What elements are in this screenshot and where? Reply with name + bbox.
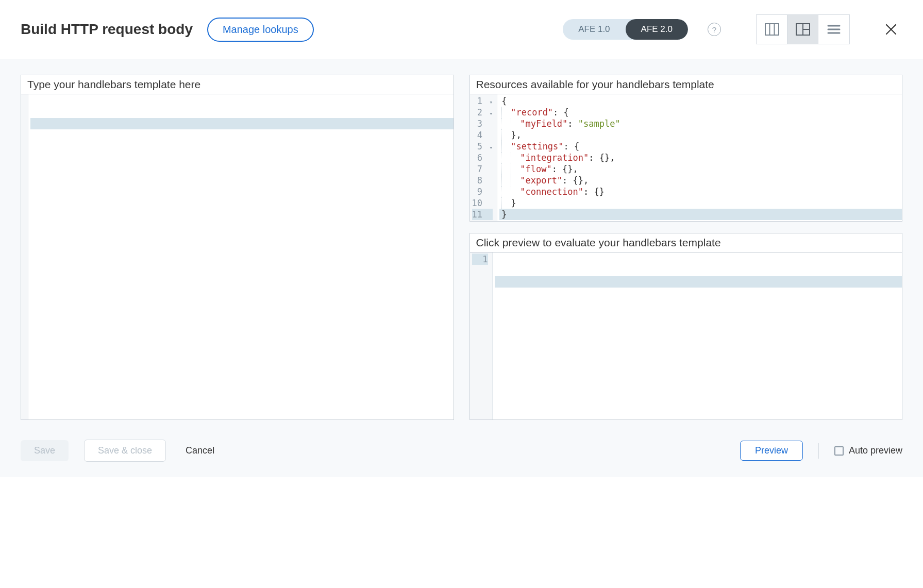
footer-divider (818, 443, 819, 459)
save-button[interactable]: Save (21, 440, 69, 461)
resources-panel: Resources available for your handlebars … (469, 75, 903, 222)
layout-rows-button[interactable] (818, 15, 849, 44)
save-close-button[interactable]: Save & close (84, 440, 166, 462)
preview-button[interactable]: Preview (740, 441, 803, 461)
cancel-button[interactable]: Cancel (181, 440, 219, 461)
help-icon[interactable]: ? (708, 23, 721, 36)
auto-preview-label: Auto preview (849, 445, 902, 456)
checkbox-icon (834, 446, 844, 456)
footer-bar: Save Save & close Cancel Preview Auto pr… (0, 430, 923, 477)
close-icon (885, 23, 897, 36)
right-column: Resources available for your handlebars … (469, 75, 903, 420)
resources-gutter: 1 ▾2 ▾3 4 5 ▾6 7 8 9 10 11 (470, 94, 498, 221)
afe-version-toggle: AFE 1.0 AFE 2.0 (563, 19, 688, 40)
resources-code-area[interactable]: {"record": {"myField": "sample"},"settin… (497, 94, 902, 221)
afe-1-option[interactable]: AFE 1.0 (563, 19, 625, 40)
svg-rect-0 (765, 24, 779, 35)
preview-code-area[interactable] (493, 253, 902, 419)
auto-preview-checkbox[interactable]: Auto preview (834, 445, 902, 456)
rows-icon (827, 24, 841, 35)
template-gutter (21, 94, 28, 419)
template-panel: Type your handlebars template here (21, 75, 454, 420)
header-bar: Build HTTP request body Manage lookups A… (0, 0, 923, 59)
manage-lookups-button[interactable]: Manage lookups (207, 18, 314, 42)
split-icon (796, 23, 810, 36)
layout-split-button[interactable] (787, 15, 818, 44)
preview-gutter: 1 (470, 253, 493, 419)
close-button[interactable] (880, 18, 902, 41)
layout-mode-group (756, 14, 850, 44)
template-panel-header: Type your handlebars template here (21, 75, 454, 94)
content-area: Type your handlebars template here Resou… (0, 59, 923, 430)
left-column: Type your handlebars template here (21, 75, 454, 420)
columns-icon (765, 23, 779, 36)
preview-panel-header: Click preview to evaluate your handlebar… (470, 233, 902, 253)
preview-panel: Click preview to evaluate your handlebar… (469, 233, 903, 420)
template-editor[interactable] (21, 94, 454, 419)
resources-panel-header: Resources available for your handlebars … (470, 75, 902, 94)
afe-2-option[interactable]: AFE 2.0 (626, 19, 688, 40)
page-title: Build HTTP request body (21, 21, 193, 38)
template-code-area[interactable] (28, 94, 454, 419)
resources-editor[interactable]: 1 ▾2 ▾3 4 5 ▾6 7 8 9 10 11 {"record": {"… (470, 94, 902, 221)
layout-columns-button[interactable] (757, 15, 787, 44)
preview-editor[interactable]: 1 (470, 253, 902, 419)
